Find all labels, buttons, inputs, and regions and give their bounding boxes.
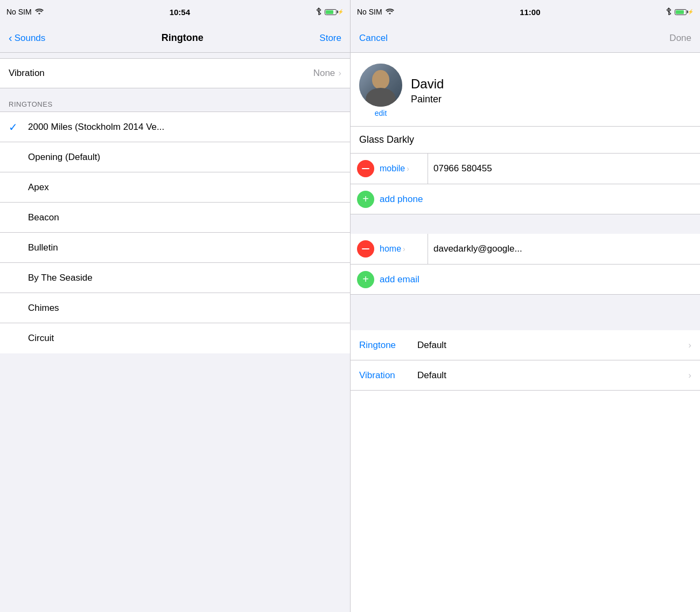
battery-bolt: ⚡ — [338, 9, 344, 15]
field-spacer-1 — [351, 214, 700, 234]
ringtone-item-3[interactable]: Beacon — [0, 203, 350, 233]
checkmark-icon: ✓ — [9, 121, 22, 134]
ringtone-chevron-icon: › — [688, 340, 691, 351]
vibration-value: None — [313, 68, 335, 79]
vibration-chevron-icon: › — [338, 68, 341, 79]
field-spacer-2 — [351, 295, 700, 314]
done-button[interactable]: Done — [669, 33, 691, 44]
email-value: davedarkly@google... — [433, 244, 700, 254]
wifi-icon-right — [386, 8, 394, 16]
ringtone-list: ✓ 2000 Miles (Stockholm 2014 Ve... Openi… — [0, 112, 350, 353]
status-bar-right: No SIM 11:00 ⚡ — [351, 0, 700, 24]
ringtone-item-0[interactable]: ✓ 2000 Miles (Stockholm 2014 Ve... — [0, 112, 350, 142]
top-spacer — [0, 53, 350, 58]
status-time-left: 10:54 — [170, 8, 190, 17]
section-spacer — [0, 88, 350, 94]
minus-icon — [362, 168, 369, 169]
plus-icon: + — [362, 193, 369, 204]
phone-value: 07966 580455 — [433, 163, 700, 174]
ringtone-item-4[interactable]: Bulletin — [0, 233, 350, 263]
back-label: Sounds — [15, 33, 46, 44]
email-type-chevron-icon: › — [403, 245, 405, 253]
phone-type-label[interactable]: mobile — [380, 164, 405, 173]
ringtone-name: By The Seaside — [28, 273, 93, 283]
ringtone-name: Bulletin — [28, 242, 58, 253]
avatar-body — [366, 88, 396, 107]
right-screen: No SIM 11:00 ⚡ Cancel Done — [350, 0, 700, 612]
status-time-right: 11:00 — [520, 8, 540, 17]
ringtone-item-6[interactable]: Chimes — [0, 293, 350, 323]
ringtone-name: Apex — [28, 182, 49, 193]
ringtone-name: Circuit — [28, 333, 54, 344]
contact-nav: Cancel Done — [351, 24, 700, 53]
remove-email-button[interactable] — [357, 240, 374, 258]
add-email-label: add email — [380, 274, 700, 285]
contact-job: Painter — [411, 94, 444, 105]
ringtone-name: 2000 Miles (Stockholm 2014 Ve... — [28, 122, 164, 133]
email-field-row: home › davedarkly@google... — [351, 234, 700, 265]
add-phone-label: add phone — [380, 194, 700, 205]
vibration-chevron-icon: › — [688, 370, 691, 381]
left-screen: No SIM 10:54 ⚡ ‹ Sounds Ringtone Store — [0, 0, 350, 612]
ringtone-field-value: Default — [417, 340, 688, 351]
ringtone-item-5[interactable]: By The Seaside — [0, 263, 350, 293]
status-right-right: ⚡ — [666, 8, 694, 17]
email-type-label[interactable]: home — [380, 244, 401, 254]
edit-label[interactable]: edit — [375, 109, 387, 117]
field-spacer-3 — [351, 314, 700, 330]
carrier-label-right: No SIM — [357, 8, 382, 16]
vibration-field-value: Default — [417, 370, 688, 381]
phone-type-chevron-icon: › — [407, 164, 409, 173]
add-email-button[interactable]: + — [357, 271, 374, 288]
contact-content: edit David Painter Glass Darkly mobile ›… — [351, 53, 700, 612]
extra-line-row: Glass Darkly — [351, 127, 700, 154]
extra-line: Glass Darkly — [359, 134, 414, 145]
back-chevron-icon: ‹ — [9, 32, 12, 44]
cancel-button[interactable]: Cancel — [359, 33, 388, 44]
status-left-right: No SIM — [357, 8, 394, 16]
vibration-label: Vibration — [9, 68, 313, 79]
ringtone-name: Beacon — [28, 212, 59, 223]
phone-field-row: mobile › 07966 580455 — [351, 154, 700, 184]
battery-icon-left: ⚡ — [325, 9, 344, 15]
remove-phone-button[interactable] — [357, 160, 374, 177]
ringtone-name: Opening (Default) — [28, 152, 100, 163]
status-right-left: ⚡ — [316, 8, 344, 17]
ringtone-field-row[interactable]: Ringtone Default › — [351, 330, 700, 360]
wifi-icon — [35, 8, 44, 16]
battery-bolt-right: ⚡ — [688, 9, 694, 15]
ringtone-field-label: Ringtone — [359, 340, 413, 351]
contact-name-section: David Painter — [411, 76, 444, 105]
avatar-container: edit — [359, 64, 402, 117]
status-bar-left: No SIM 10:54 ⚡ — [0, 0, 350, 24]
add-phone-row[interactable]: + add phone — [351, 184, 700, 214]
vibration-field-row[interactable]: Vibration Default › — [351, 360, 700, 391]
ringtone-item-1[interactable]: Opening (Default) — [0, 142, 350, 172]
avatar-image — [359, 64, 402, 107]
ringtone-item-2[interactable]: Apex — [0, 172, 350, 203]
email-type-container: home › — [380, 234, 428, 264]
ringtone-item-7[interactable]: Circuit — [0, 323, 350, 353]
avatar-head — [372, 70, 389, 89]
back-button[interactable]: ‹ Sounds — [9, 32, 45, 44]
contact-name: David — [411, 76, 444, 92]
status-left: No SIM — [6, 8, 44, 16]
plus-icon-email: + — [362, 274, 369, 284]
phone-type-container: mobile › — [380, 154, 428, 184]
add-phone-button[interactable]: + — [357, 191, 374, 208]
left-content: Vibration None › RINGTONES ✓ 2000 Miles … — [0, 53, 350, 612]
bluetooth-icon-right — [666, 8, 671, 17]
store-button[interactable]: Store — [319, 33, 341, 44]
ringtone-name: Chimes — [28, 303, 59, 314]
add-email-row[interactable]: + add email — [351, 265, 700, 295]
contact-header: edit David Painter — [351, 53, 700, 127]
avatar — [359, 64, 402, 107]
ringtones-section-header: RINGTONES — [0, 94, 350, 112]
minus-icon-email — [362, 248, 369, 249]
vibration-field-label: Vibration — [359, 370, 413, 381]
vibration-row[interactable]: Vibration None › — [0, 58, 350, 88]
page-title: Ringtone — [162, 32, 204, 44]
nav-bar-left: ‹ Sounds Ringtone Store — [0, 24, 350, 53]
battery-icon-right: ⚡ — [675, 9, 694, 15]
bluetooth-icon — [316, 8, 321, 17]
